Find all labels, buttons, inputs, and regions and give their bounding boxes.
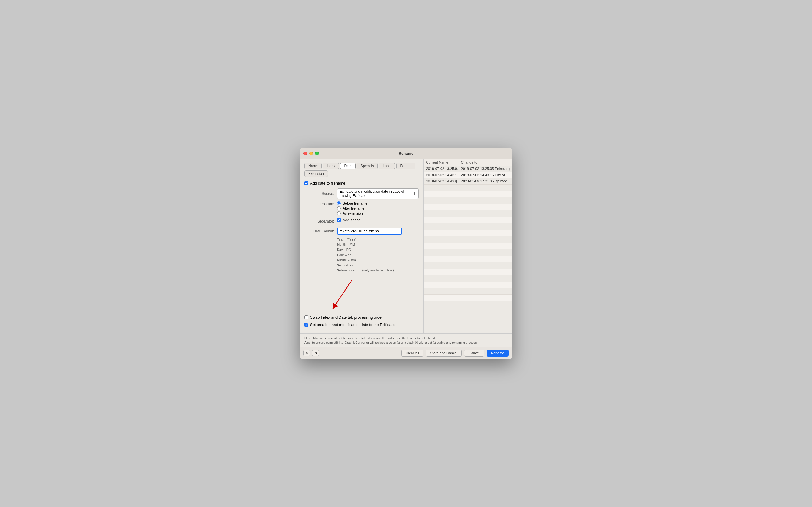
add-date-row: Add date to filename [305,181,419,185]
date-format-input[interactable] [337,228,402,235]
add-space-label: Add space [343,218,361,222]
footer-buttons: ☺ ↻ Clear All Store and Cancel Cancel Re… [300,347,512,359]
clear-all-button[interactable]: Clear All [401,350,423,357]
cell-current-1: 2018-07-02 14.43.16.jpg [426,173,461,177]
note-line1: Note: A filename should not begin with a… [305,336,507,340]
cell-change-1: 2018-07-02 14.43.16 City of Westminster.… [461,173,510,177]
creation-row: Set creation and modification date to th… [305,323,419,327]
minimize-button[interactable] [309,152,313,155]
add-date-label: Add date to filename [310,181,345,185]
hint-subsecond: Subseconds - uu (only available in Exif) [337,268,419,273]
annotation-area [322,277,419,313]
table-row: 2018-07-02 13.25.04.jpg 2018-07-02 13.25… [424,166,512,172]
bottom-checkboxes: Swap Index and Date tab processing order… [305,315,419,327]
table-row-empty [424,295,512,301]
source-value: Exif date and modification date in case … [340,189,413,198]
table-row-empty [424,288,512,295]
swap-label: Swap Index and Date tab processing order [310,315,383,320]
source-label: Source: [305,191,334,196]
table-row-empty [424,249,512,256]
creation-label: Set creation and modification date to th… [310,323,395,327]
hint-day: Day – DD [337,247,419,252]
hint-minute: Minute – mm [337,258,419,263]
creation-checkbox[interactable] [305,323,308,327]
tab-extension[interactable]: Extension [305,170,328,177]
footer-icon-buttons: ☺ ↻ [303,350,319,356]
add-date-checkbox[interactable] [305,181,308,185]
cell-change-0: 2018-07-02 13.25.05 Peine.jpg [461,167,510,171]
source-select[interactable]: Exif date and modification date in case … [337,188,419,199]
position-after-radio[interactable] [337,206,341,210]
position-extension-radio[interactable] [337,211,341,215]
table-row: 2018-07-02 14.43.gcimgd 2023-01-09 17.21… [424,178,512,184]
position-extension-label: As extension [343,211,363,216]
col-change-header: Change to [461,160,510,165]
hints-block: Year – YYYY Month – MM Day – DD Hour – h… [337,237,419,273]
cell-current-2: 2018-07-02 14.43.gcimgd [426,179,461,183]
swap-checkbox[interactable] [305,316,308,319]
table-row-empty [424,198,512,204]
add-space-checkbox[interactable] [337,218,341,222]
table-row-empty [424,211,512,217]
separator-row: Separator: Add space [305,218,419,225]
hint-year: Year – YYYY [337,237,419,242]
source-row: Source: Exif date and modification date … [305,188,419,199]
table-row-empty [424,282,512,288]
table-row-empty [424,223,512,230]
tab-index[interactable]: Index [323,163,339,169]
table-header: Current Name Change to [424,159,512,166]
hint-month: Month – MM [337,242,419,247]
close-button[interactable] [303,152,307,155]
position-before-label: Before filename [343,201,367,206]
tab-format[interactable]: Format [396,163,415,169]
table-row-empty [424,184,512,191]
right-panel: Current Name Change to 2018-07-02 13.25.… [424,159,512,333]
table-row-empty [424,230,512,236]
table-row-empty [424,191,512,198]
table-row-empty [424,236,512,243]
cell-current-0: 2018-07-02 13.25.04.jpg [426,167,461,171]
tab-name[interactable]: Name [305,163,322,169]
position-row: Position: Before filename After filename [305,201,419,216]
reload-icon-button[interactable]: ↻ [312,350,319,356]
date-format-label: Date Format: [305,229,334,233]
table-row-empty [424,217,512,223]
window-title: Rename [399,151,414,156]
empty-rows [424,184,512,301]
footer-action-buttons: Clear All Store and Cancel Cancel Rename [401,350,509,357]
left-panel: Name Index Date Specials Label Format Ex… [300,159,424,333]
tab-label[interactable]: Label [379,163,395,169]
smiley-icon-button[interactable]: ☺ [303,350,310,356]
titlebar: Rename [300,148,512,159]
dropdown-arrow-icon: ⬇ [413,191,416,196]
tab-specials[interactable]: Specials [357,163,378,169]
table-row: 2018-07-02 14.43.16.jpg 2018-07-02 14.43… [424,172,512,178]
tabs-bar: Name Index Date Specials Label Format Ex… [305,163,419,177]
table-row-empty [424,275,512,282]
position-after-label: After filename [343,206,364,211]
hint-second: Second -ss [337,263,419,268]
position-radio-group: Before filename After filename As extens… [337,201,367,216]
position-after: After filename [337,206,367,211]
table-row-empty [424,269,512,275]
position-before-radio[interactable] [337,201,341,205]
cell-change-2: 2023-01-09 17.21.36 .gcimgd [461,179,510,183]
table-row-empty [424,204,512,211]
table-row-empty [424,243,512,249]
hint-hour: Hour – hh [337,252,419,258]
swap-row: Swap Index and Date tab processing order [305,315,419,320]
table-row-empty [424,256,512,262]
rename-button[interactable]: Rename [487,350,509,357]
cancel-button[interactable]: Cancel [464,350,484,357]
tab-date[interactable]: Date [340,163,355,169]
store-cancel-button[interactable]: Store and Cancel [426,350,462,357]
traffic-lights [303,152,319,155]
table-body: 2018-07-02 13.25.04.jpg 2018-07-02 13.25… [424,166,512,333]
col-current-header: Current Name [426,160,461,165]
source-select-wrap: Exif date and modification date in case … [337,188,419,199]
red-arrow-annotation [322,277,381,313]
separator-checkbox-row: Add space [337,218,361,222]
maximize-button[interactable] [315,152,319,155]
separator-label: Separator: [305,219,334,223]
position-extension: As extension [337,211,367,216]
